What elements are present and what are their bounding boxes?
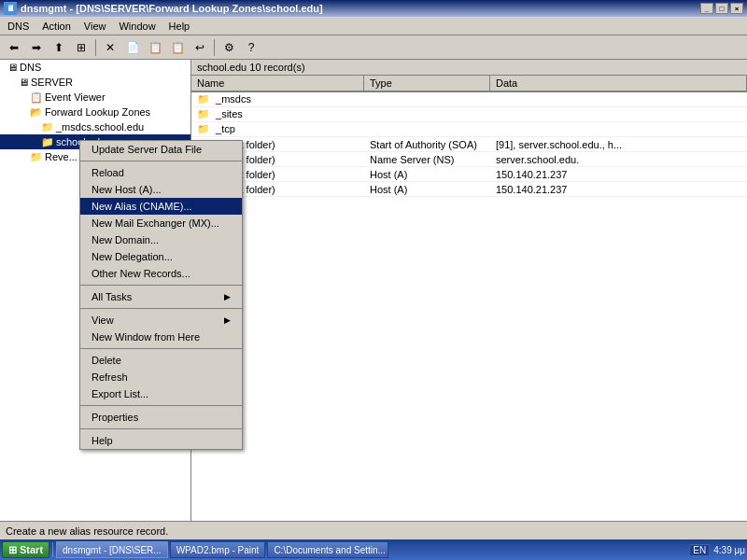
paste-button[interactable]: 📋: [167, 38, 188, 57]
ctx-new-mail[interactable]: New Mail Exchanger (MX)...: [80, 215, 242, 231]
table-body: 📁 _msdcs 📁 _sites 📁 _tcp: [191, 92, 747, 521]
ctx-properties[interactable]: Properties: [80, 409, 242, 426]
cell-data: 150.140.21.237: [490, 183, 747, 196]
ctx-new-window[interactable]: New Window from Here: [80, 329, 242, 345]
tree-item-event-viewer[interactable]: 📋 Event Viewer: [0, 90, 190, 105]
table-row[interactable]: 📁 _tcp: [191, 122, 747, 137]
start-button[interactable]: ⊞ Start: [2, 541, 49, 558]
table-row[interactable]: (as parent folder) Host (A) 150.140.21.2…: [191, 167, 747, 182]
taskbar-btn-dnsmgmt[interactable]: dnsmgmt - [DNS\SER...: [56, 541, 168, 558]
system-clock: 4:39 μμ: [713, 545, 745, 555]
taskbar-sep-1: [52, 542, 53, 557]
undo-button[interactable]: ↩: [190, 38, 210, 57]
ctx-delete[interactable]: Delete: [80, 352, 242, 369]
right-header: school.edu 10 record(s): [191, 60, 747, 76]
menu-dns[interactable]: DNS: [2, 19, 35, 34]
status-text: Create a new alias resource record.: [6, 525, 168, 537]
menu-view[interactable]: View: [78, 19, 112, 34]
ctx-sep-2: [80, 285, 242, 286]
ctx-view[interactable]: View ▶: [80, 312, 242, 329]
ctx-update-server[interactable]: Update Server Data File: [80, 141, 242, 158]
toolbar: ⬅ ➡ ⬆ ⊞ ✕ 📄 📋 📋 ↩ ⚙ ?: [0, 35, 747, 60]
ctx-reload[interactable]: Reload: [80, 164, 242, 181]
tree-item-msdcs[interactable]: 📁 _msdcs.school.edu: [0, 119, 190, 134]
ctx-refresh[interactable]: Refresh: [80, 369, 242, 385]
folder-row-icon: 📁: [197, 93, 210, 105]
col-header-name[interactable]: Name: [191, 76, 364, 91]
show-hide-button[interactable]: ⊞: [71, 38, 92, 57]
cell-data: [490, 114, 747, 116]
col-header-data[interactable]: Data: [490, 76, 747, 91]
ctx-all-tasks[interactable]: All Tasks ▶: [80, 288, 242, 305]
cell-data: [91], server.school.edu., h...: [490, 138, 747, 151]
menu-help[interactable]: Help: [163, 19, 196, 34]
title-bar-buttons: _ □ ×: [700, 3, 743, 14]
table-row[interactable]: 📁 _sites: [191, 107, 747, 122]
status-bar: Create a new alias resource record.: [0, 521, 747, 539]
cell-name: 📁 _msdcs: [191, 92, 364, 106]
ctx-help[interactable]: Help: [80, 432, 242, 449]
help-button[interactable]: ?: [241, 38, 261, 57]
ctx-sep-3: [80, 308, 242, 309]
back-button[interactable]: ⬅: [4, 38, 24, 57]
cell-type: [364, 129, 490, 131]
table-row[interactable]: (as parent folder) Start of Authority (S…: [191, 137, 747, 152]
language-indicator: EN: [689, 544, 710, 556]
export-button[interactable]: 📄: [122, 38, 143, 57]
maximize-button[interactable]: □: [715, 3, 728, 14]
minimize-button[interactable]: _: [700, 3, 713, 14]
ctx-new-delegation[interactable]: New Delegation...: [80, 248, 242, 265]
title-bar: 🖥 dnsmgmt - [DNS\SERVER\Forward Lookup Z…: [0, 0, 747, 17]
tree-item-forward-lookup[interactable]: 📂 Forward Lookup Zones: [0, 105, 190, 119]
delete-button[interactable]: ✕: [100, 38, 120, 57]
col-header-type[interactable]: Type: [364, 76, 490, 91]
up-button[interactable]: ⬆: [49, 38, 69, 57]
ctx-sep-5: [80, 405, 242, 406]
menu-action[interactable]: Action: [36, 19, 77, 34]
folder-open-icon: 📂: [30, 106, 43, 119]
menu-window[interactable]: Window: [113, 19, 161, 34]
server-icon: 🖥: [19, 77, 29, 88]
ctx-sep-6: [80, 428, 242, 429]
app-icon: 🖥: [4, 2, 17, 15]
ctx-sep-1: [80, 161, 242, 161]
folder-msdcs-icon: 📁: [41, 121, 54, 133]
ctx-new-domain[interactable]: New Domain...: [80, 231, 242, 248]
cell-type: Host (A): [364, 183, 490, 196]
event-viewer-icon: 📋: [30, 91, 43, 104]
close-button[interactable]: ×: [730, 3, 743, 14]
taskbar: ⊞ Start dnsmgmt - [DNS\SER... WPAD2.bmp …: [0, 539, 747, 560]
copy-button[interactable]: 📋: [145, 38, 165, 57]
cell-data: [490, 129, 747, 131]
properties-button[interactable]: ⚙: [218, 38, 239, 57]
taskbar-btn-paint[interactable]: WPAD2.bmp - Paint: [170, 541, 266, 558]
ctx-sep-4: [80, 348, 242, 349]
table-row[interactable]: (as parent folder) Name Server (NS) serv…: [191, 152, 747, 167]
right-panel: school.edu 10 record(s) Name Type Data 📁…: [191, 60, 747, 521]
folder-row-icon: 📁: [197, 108, 210, 119]
start-icon: ⊞: [8, 544, 17, 556]
cell-type: [364, 114, 490, 116]
ctx-new-host[interactable]: New Host (A)...: [80, 181, 242, 198]
table-row[interactable]: (as parent folder) Host (A) 150.140.21.2…: [191, 182, 747, 197]
taskbar-btn-docs[interactable]: C:\Documents and Settin...: [267, 541, 388, 558]
tree-item-dns[interactable]: 🖥 DNS: [0, 60, 190, 75]
table-header: Name Type Data: [191, 76, 747, 92]
cell-data: [490, 99, 747, 101]
context-menu: Update Server Data File Reload New Host …: [79, 140, 243, 450]
forward-button[interactable]: ➡: [26, 38, 47, 57]
folder-reverse-icon: 📁: [30, 151, 43, 163]
cell-data: 150.140.21.237: [490, 168, 747, 181]
table-row[interactable]: 📁 _msdcs: [191, 92, 747, 107]
ctx-new-alias[interactable]: New Alias (CNAME)...: [80, 198, 242, 215]
cell-name: 📁 _tcp: [191, 122, 364, 136]
tree-item-server[interactable]: 🖥 SERVER: [0, 75, 190, 90]
cell-type: [364, 99, 490, 101]
dns-icon: 🖥: [7, 62, 18, 73]
ctx-other-records[interactable]: Other New Records...: [80, 265, 242, 282]
taskbar-right: EN 4:39 μμ: [689, 544, 745, 556]
cell-type: Name Server (NS): [364, 153, 490, 166]
ctx-arrow-view: ▶: [224, 315, 231, 325]
cell-data: server.school.edu.: [490, 153, 747, 166]
ctx-export[interactable]: Export List...: [80, 385, 242, 402]
